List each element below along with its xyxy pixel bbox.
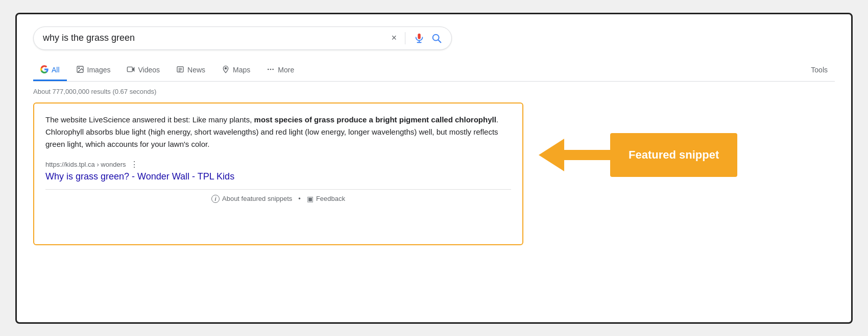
feedback-label: Feedback (316, 195, 345, 202)
footer-separator: • (298, 195, 301, 202)
snippet-text: The website LiveScience answered it best… (45, 114, 511, 150)
feedback-icon: ▣ (307, 195, 314, 203)
tools-tab[interactable]: Tools (804, 61, 835, 80)
featured-snippet-badge: Featured snippet (610, 133, 737, 177)
search-input[interactable] (43, 33, 391, 43)
snippet-text-plain: The website LiveScience answered it best… (45, 115, 254, 124)
nav-tabs: All Images Videos (33, 60, 835, 82)
images-icon (76, 65, 84, 75)
tab-videos-label: Videos (138, 66, 160, 74)
tab-images[interactable]: Images (69, 60, 118, 81)
tab-more-label: More (278, 66, 294, 74)
results-count: About 777,000,000 results (0.67 seconds) (33, 88, 835, 95)
tab-all[interactable]: All (33, 60, 67, 81)
more-dots-icon (267, 65, 275, 75)
mic-icon[interactable] (414, 33, 425, 44)
svg-point-6 (78, 67, 79, 68)
arrow-head (539, 139, 564, 171)
tab-images-label: Images (87, 66, 111, 74)
svg-point-15 (270, 68, 272, 70)
snippet-footer: i About featured snippets • ▣ Feedback (45, 189, 511, 208)
tab-more[interactable]: More (259, 60, 301, 81)
snippet-source-url: https://kids.tpl.ca › wonders (45, 161, 126, 168)
tab-videos[interactable]: Videos (119, 60, 167, 81)
svg-point-16 (273, 68, 274, 70)
main-content: The website LiveScience answered it best… (33, 102, 835, 245)
snippet-source: https://kids.tpl.ca › wonders ⋮ (45, 160, 511, 169)
arrow-container (539, 139, 610, 171)
search-bar-row: × (33, 27, 835, 50)
maps-icon (222, 65, 230, 75)
news-icon (176, 65, 184, 75)
search-divider (405, 32, 405, 44)
videos-icon (127, 65, 135, 75)
svg-point-14 (268, 68, 269, 70)
svg-line-4 (438, 40, 441, 42)
search-icons: × (391, 32, 442, 44)
tab-all-label: All (52, 66, 60, 74)
featured-snippet-box: The website LiveScience answered it best… (33, 102, 523, 245)
search-button[interactable] (431, 33, 442, 44)
arrow-shaft (564, 150, 610, 160)
snippet-source-more-icon[interactable]: ⋮ (130, 160, 138, 169)
annotation-area: Featured snippet (539, 133, 737, 177)
about-snippets-item[interactable]: i About featured snippets (211, 195, 292, 203)
tab-news[interactable]: News (169, 60, 212, 81)
all-tab-icon (40, 65, 49, 75)
page-wrapper: × (15, 13, 853, 324)
feedback-item[interactable]: ▣ Feedback (307, 195, 345, 203)
svg-rect-0 (418, 33, 421, 39)
tab-maps[interactable]: Maps (214, 60, 257, 81)
snippet-link[interactable]: Why is grass green? - Wonder Wall - TPL … (45, 171, 511, 182)
search-bar: × (33, 27, 452, 50)
clear-icon[interactable]: × (391, 33, 397, 43)
svg-rect-7 (128, 67, 133, 71)
svg-point-13 (225, 67, 226, 69)
info-circle-icon: i (211, 195, 220, 203)
tab-maps-label: Maps (233, 66, 250, 74)
tab-news-label: News (187, 66, 205, 74)
snippet-text-bold: most species of grass produce a bright p… (254, 115, 496, 124)
about-snippets-label: About featured snippets (222, 195, 292, 202)
